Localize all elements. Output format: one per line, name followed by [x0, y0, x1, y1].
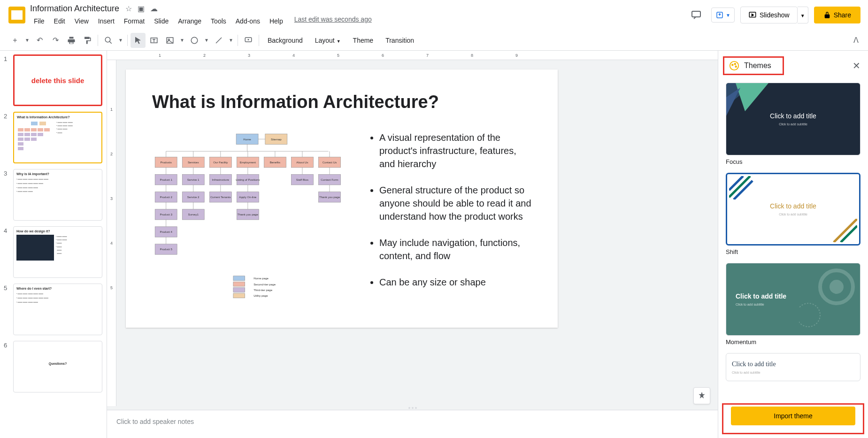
shape-dropdown[interactable]: ▼ [203, 33, 210, 48]
slide-panel[interactable]: 1 delete this slide 2 What is Informatio… [0, 51, 107, 438]
svg-text:Utility page: Utility page [253, 294, 268, 297]
theme-preview-title: Click to add title [736, 292, 786, 300]
slide-title[interactable]: What is Information Architecture? [152, 92, 531, 112]
palette-icon [729, 61, 739, 71]
slideshow-dropdown[interactable]: ▼ [798, 7, 808, 23]
slide-canvas[interactable]: What is Information Architecture? Home S… [126, 69, 558, 328]
select-tool[interactable] [131, 33, 146, 48]
menu-help[interactable]: Help [266, 15, 287, 27]
svg-text:Contact Us: Contact Us [323, 161, 337, 164]
svg-point-112 [735, 66, 737, 67]
slide-thumb-5[interactable]: Where do I even start? • xxxxx xxxxx xxx… [13, 284, 102, 335]
share-button[interactable]: Share [814, 7, 860, 23]
menu-slide[interactable]: Slide [150, 15, 172, 27]
svg-rect-13 [31, 128, 37, 131]
explore-button[interactable] [693, 387, 710, 404]
toolbar-collapse-icon[interactable]: ᐱ [852, 34, 860, 46]
svg-text:Service 2: Service 2 [187, 195, 200, 199]
move-icon[interactable]: ▣ [138, 4, 145, 13]
svg-text:Product 2: Product 2 [160, 195, 172, 199]
theme-preview-sub: Click to add subtitle [736, 303, 764, 306]
slide-bullets[interactable]: A visual representation of the product's… [368, 131, 531, 307]
slide-diagram[interactable]: Home Sitemap ProductsServicesOur Facilit… [152, 131, 349, 307]
slide-thumb-1[interactable]: delete this slide [13, 54, 102, 106]
theme-button[interactable]: Theme [347, 34, 379, 47]
zoom-button[interactable] [101, 33, 116, 48]
theme-item-4[interactable]: Click to add title Click to add subtitle [726, 353, 860, 381]
svg-text:Contact Form: Contact Form [321, 178, 338, 181]
new-slide-button[interactable]: + [8, 33, 23, 48]
slide-thumb-title: delete this slide [15, 56, 101, 105]
notes-resize-handle[interactable] [107, 406, 718, 410]
comments-icon[interactable] [687, 6, 706, 24]
svg-rect-105 [233, 288, 245, 292]
menu-format[interactable]: Format [120, 15, 148, 27]
chevron-down-icon: ▼ [726, 13, 730, 18]
menu-arrange[interactable]: Arrange [174, 15, 205, 27]
paint-format-button[interactable] [80, 33, 95, 48]
speaker-notes[interactable]: Click to add speaker notes [107, 410, 718, 438]
slide-thumb-6[interactable]: Questions? [13, 341, 102, 392]
transition-button[interactable]: Transition [380, 34, 420, 47]
slideshow-button[interactable]: Slideshow [740, 7, 798, 23]
slide-thumb-title: How do we design it? [16, 230, 99, 233]
background-button[interactable]: Background [262, 34, 308, 47]
redo-button[interactable]: ↷ [48, 33, 63, 48]
print-button[interactable] [64, 33, 79, 48]
svg-point-123 [799, 303, 820, 327]
menu-edit[interactable]: Edit [50, 15, 69, 27]
slide-thumb-4[interactable]: How do we design it? • xxxxx xxxxx• xxxx… [13, 226, 102, 278]
svg-point-111 [734, 63, 736, 65]
comment-tool[interactable] [241, 33, 256, 48]
menu-view[interactable]: View [71, 15, 92, 27]
textbox-tool[interactable] [146, 33, 161, 48]
line-dropdown[interactable]: ▼ [227, 33, 235, 48]
svg-rect-19 [38, 133, 43, 136]
line-tool[interactable] [211, 33, 226, 48]
theme-item-shift[interactable]: Click to add title Click to add subtitle… [726, 173, 860, 255]
toolbar: + ▼ ↶ ↷ ▼ ▼ ▼ ▼ Background Layout ▼ Them… [0, 30, 868, 51]
header-right: ▼ Slideshow ▼ Share [687, 6, 860, 24]
slides-logo[interactable] [8, 6, 26, 24]
menu-insert[interactable]: Insert [94, 15, 118, 27]
svg-rect-10 [39, 122, 46, 125]
undo-button[interactable]: ↶ [32, 33, 47, 48]
slide-number: 3 [4, 169, 11, 221]
slide-thumb-2[interactable]: What is Information Architecture? • xxxx… [13, 112, 102, 163]
svg-rect-14 [38, 128, 43, 131]
image-dropdown[interactable]: ▼ [178, 33, 186, 48]
svg-rect-11 [18, 128, 23, 131]
menu-tools[interactable]: Tools [207, 15, 230, 27]
layout-button[interactable]: Layout ▼ [309, 34, 346, 47]
cloud-icon[interactable]: ☁ [150, 4, 158, 13]
slide-thumb-3[interactable]: Why is IA important? • xxxxx xxxxx xxxxx… [13, 169, 102, 221]
theme-item-momentum[interactable]: Click to add title Click to add subtitle… [726, 263, 860, 346]
svg-text:Home: Home [243, 138, 251, 141]
slideshow-label: Slideshow [760, 11, 790, 19]
svg-rect-15 [44, 128, 50, 131]
bullet-item: A visual representation of the product's… [379, 131, 531, 170]
present-box[interactable]: ▼ [711, 8, 735, 23]
title-area: Information Architecture ☆ ▣ ☁ File Edit… [30, 4, 687, 27]
zoom-dropdown[interactable]: ▼ [117, 33, 124, 48]
menu-file[interactable]: File [30, 15, 48, 27]
star-icon[interactable]: ☆ [125, 4, 132, 13]
image-tool[interactable] [162, 33, 177, 48]
theme-item-focus[interactable]: Click to add title Click to add subtitle… [726, 83, 860, 165]
new-slide-dropdown[interactable]: ▼ [23, 33, 31, 48]
document-title[interactable]: Information Architecture [30, 4, 119, 14]
svg-text:Service 1: Service 1 [187, 178, 200, 181]
svg-text:Product 5: Product 5 [160, 247, 172, 251]
theme-name: Focus [726, 158, 860, 165]
svg-point-3 [105, 37, 110, 42]
last-edit-text[interactable]: Last edit was seconds ago [294, 15, 372, 27]
slide-number: 2 [4, 112, 11, 163]
import-theme-button[interactable]: Import theme [731, 407, 855, 425]
shape-tool[interactable] [187, 33, 202, 48]
close-icon[interactable]: ✕ [853, 60, 860, 71]
themes-header: Themes ✕ [718, 51, 868, 79]
app-header: Information Architecture ☆ ▣ ☁ File Edit… [0, 0, 868, 30]
themes-list[interactable]: Click to add title Click to add subtitle… [718, 79, 868, 403]
menu-addons[interactable]: Add-ons [232, 15, 264, 27]
slide-number: 1 [4, 54, 11, 106]
